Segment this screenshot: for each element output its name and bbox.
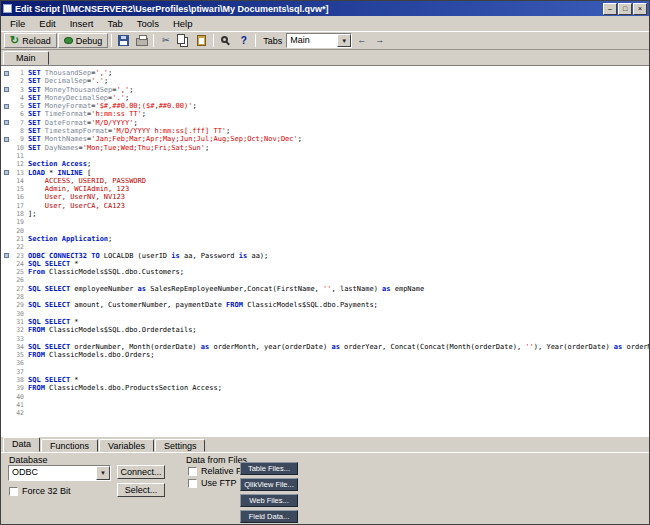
qlikview-file-button[interactable]: QlikView File... — [240, 478, 298, 491]
menu-help[interactable]: Help — [166, 17, 200, 30]
bottom-tab-data[interactable]: Data — [3, 437, 40, 452]
code-line: 42 — [1, 409, 650, 417]
code-text: SET TimestampFormat='M/D/YYYY h:mm:ss[.f… — [28, 127, 650, 135]
line-number: 10 — [11, 144, 28, 152]
code-text — [28, 218, 650, 226]
line-number: 6 — [11, 110, 28, 118]
line-number: 36 — [11, 359, 28, 367]
select-button[interactable]: Select... — [117, 483, 165, 497]
help-icon: ? — [241, 35, 247, 46]
code-text: Admin, WCIAdmin, 123 — [28, 185, 650, 193]
code-line: 32FROM ClassicModels$SQL.dbo.Orderdetail… — [1, 326, 650, 334]
code-line: 12Section Access; — [1, 160, 650, 168]
bottom-tab-functions[interactable]: Functions — [41, 439, 98, 452]
menu-file[interactable]: File — [3, 17, 32, 30]
gutter-cell — [1, 235, 11, 243]
force-32-bit-checkbox[interactable]: Force 32 Bit — [9, 486, 71, 496]
line-number: 8 — [11, 127, 28, 135]
line-number: 13 — [11, 169, 28, 177]
reload-button[interactable]: ↻ Reload — [4, 33, 57, 48]
help-button[interactable]: ? — [235, 33, 252, 48]
gutter-cell — [1, 202, 11, 210]
file-buttons: Table Files...QlikView File...Web Files.… — [240, 462, 298, 523]
code-line: 3SET MoneyThousandSep=','; — [1, 86, 650, 94]
line-number: 38 — [11, 376, 28, 384]
reload-label: Reload — [22, 36, 51, 46]
toolbar-separator — [213, 34, 214, 47]
save-button[interactable] — [115, 33, 132, 48]
connect-button[interactable]: Connect... — [117, 465, 165, 479]
line-number: 9 — [11, 135, 28, 143]
window-title: Edit Script [\\MCNSERVER2\UserProfiles\p… — [15, 4, 600, 14]
code-text — [28, 335, 650, 343]
promote-tab-button[interactable]: ← — [353, 33, 370, 48]
line-number: 3 — [11, 86, 28, 94]
line-number: 29 — [11, 301, 28, 309]
minimize-button[interactable]: – — [603, 3, 617, 15]
code-line: 41 — [1, 401, 650, 409]
code-text: LOAD * INLINE [ — [28, 169, 650, 177]
gutter-cell — [1, 276, 11, 284]
toolbar-separator — [153, 34, 154, 47]
use-ftp-checkbox[interactable]: Use FTP — [188, 478, 237, 488]
menu-tab[interactable]: Tab — [100, 17, 129, 30]
bottom-tab-settings[interactable]: Settings — [155, 439, 206, 452]
find-button[interactable] — [217, 33, 234, 48]
line-number: 41 — [11, 401, 28, 409]
code-text — [28, 243, 650, 251]
use-ftp-label: Use FTP — [201, 478, 237, 488]
menu-tools[interactable]: Tools — [130, 17, 166, 30]
field-data-button[interactable]: Field Data... — [240, 510, 298, 523]
cut-button[interactable]: ✂ — [157, 33, 174, 48]
code-line: 5SET MoneyFormat='$#,##0.00;($#,##0.00)'… — [1, 102, 650, 110]
copy-button[interactable] — [175, 33, 192, 48]
code-text: ]; — [28, 210, 650, 218]
line-number: 34 — [11, 343, 28, 351]
line-number: 5 — [11, 102, 28, 110]
database-select[interactable]: ODBC ▼ — [8, 465, 111, 481]
code-text: User, UserNV, NV123 — [28, 193, 650, 201]
tab-selector[interactable]: Main ▼ — [286, 33, 352, 48]
code-text: SET DecimalSep='.'; — [28, 77, 650, 85]
code-line: 11 — [1, 152, 650, 160]
menu-edit[interactable]: Edit — [32, 17, 62, 30]
code-line: 38SQL SELECT * — [1, 376, 650, 384]
menu-insert[interactable]: Insert — [63, 17, 101, 30]
paste-button[interactable] — [193, 33, 210, 48]
code-text — [28, 401, 650, 409]
gutter-cell — [1, 359, 11, 367]
debug-icon — [64, 37, 73, 44]
code-text: Section Application; — [28, 235, 650, 243]
checkbox-box — [9, 487, 18, 496]
chevron-down-icon: ▼ — [96, 466, 110, 480]
close-button[interactable]: × — [633, 3, 647, 15]
line-number: 4 — [11, 94, 28, 102]
code-line: 37 — [1, 368, 650, 376]
bottom-tab-variables[interactable]: Variables — [99, 439, 154, 452]
line-number: 31 — [11, 318, 28, 326]
code-line: 9SET MonthNames='Jan;Feb;Mar;Apr;May;Jun… — [1, 135, 650, 143]
web-files-button[interactable]: Web Files... — [240, 494, 298, 507]
code-text: SET MonthNames='Jan;Feb;Mar;Apr;May;Jun;… — [28, 135, 650, 143]
line-number: 22 — [11, 243, 28, 251]
debug-button[interactable]: Debug — [58, 33, 109, 48]
code-line: 1SET ThousandSep=','; — [1, 69, 650, 77]
code-text: SQL SELECT amount, CustomerNumber, payme… — [28, 301, 650, 309]
code-line: 25From ClassicModels$SQL.dbo.Customers; — [1, 268, 650, 276]
cut-icon: ✂ — [162, 36, 170, 45]
debug-label: Debug — [76, 36, 103, 46]
code-line: 4SET MoneyDecimalSep='.'; — [1, 94, 650, 102]
toolbar: ↻ Reload Debug ✂ ? Tabs Main ▼ ← → — [1, 31, 649, 50]
line-number: 26 — [11, 276, 28, 284]
gutter-cell — [1, 77, 11, 85]
tab-main[interactable]: Main — [3, 51, 49, 65]
print-button[interactable] — [133, 33, 150, 48]
table-files-button[interactable]: Table Files... — [240, 462, 298, 475]
line-number: 37 — [11, 368, 28, 376]
demote-tab-button[interactable]: → — [371, 33, 388, 48]
script-editor[interactable]: 1SET ThousandSep=',';2SET DecimalSep='.'… — [1, 65, 650, 437]
code-text — [28, 310, 650, 318]
code-line: 27SQL SELECT employeeNumber as SalesRepE… — [1, 285, 650, 293]
code-text: SET DayNames='Mon;Tue;Wed;Thu;Fri;Sat;Su… — [28, 144, 650, 152]
maximize-button[interactable]: □ — [618, 3, 632, 15]
